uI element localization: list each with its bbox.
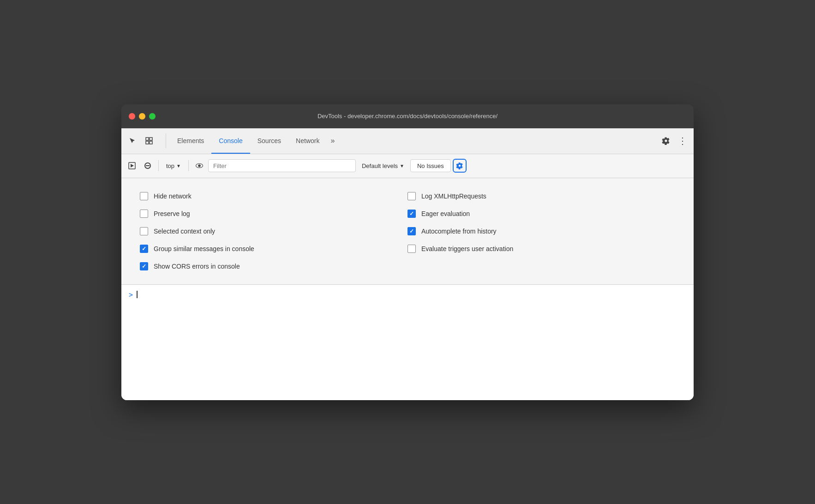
log-levels-selector[interactable]: Default levels ▼ — [358, 160, 408, 172]
setting-selected-context[interactable]: Selected context only — [140, 227, 408, 235]
tab-icon-group — [125, 133, 156, 148]
cursor-icon — [129, 137, 136, 144]
titlebar: DevTools - developer.chrome.com/docs/dev… — [121, 104, 694, 128]
run-script-button[interactable] — [125, 159, 139, 173]
checkbox-evaluate-triggers[interactable] — [408, 245, 416, 253]
no-issues-button[interactable]: No Issues — [410, 159, 451, 172]
tab-divider — [166, 133, 166, 148]
console-settings-active-icon — [456, 162, 463, 169]
console-settings-panel: Hide network Preserve log Selected conte… — [121, 178, 694, 285]
setting-evaluate-triggers[interactable]: Evaluate triggers user activation — [408, 245, 675, 253]
toolbar-divider-1 — [158, 160, 159, 171]
console-cursor — [137, 290, 138, 299]
levels-dropdown-icon: ▼ — [400, 163, 404, 168]
tab-elements[interactable]: Elements — [170, 128, 211, 154]
setting-show-cors[interactable]: Show CORS errors in console — [140, 262, 408, 270]
setting-preserve-log[interactable]: Preserve log — [140, 210, 408, 218]
svg-point-9 — [198, 165, 201, 167]
inspect-icon-button[interactable] — [142, 133, 156, 148]
tabs-bar: Elements Console Sources Network » — [121, 128, 694, 154]
more-options-icon: ⋮ — [678, 135, 687, 146]
window-title: DevTools - developer.chrome.com/docs/dev… — [318, 113, 497, 120]
context-label: top — [166, 162, 174, 169]
filter-input[interactable] — [208, 159, 356, 172]
maximize-button[interactable] — [149, 113, 156, 120]
svg-rect-0 — [146, 138, 149, 140]
console-prompt: > — [129, 291, 133, 299]
setting-group-similar[interactable]: Group similar messages in console — [140, 245, 408, 253]
tabs-more-button[interactable]: » — [327, 137, 338, 145]
checkbox-preserve-log[interactable] — [140, 210, 148, 218]
checkbox-log-xmlhttp[interactable] — [408, 192, 416, 200]
settings-button[interactable] — [659, 133, 673, 148]
setting-eager-eval[interactable]: Eager evaluation — [408, 210, 675, 218]
setting-autocomplete[interactable]: Autocomplete from history — [408, 227, 675, 235]
console-input-area[interactable]: > — [121, 285, 694, 400]
inspect-icon — [145, 137, 153, 144]
more-options-button[interactable]: ⋮ — [675, 133, 690, 148]
checkbox-show-cors[interactable] — [140, 262, 148, 270]
settings-right-column: Log XMLHttpRequests Eager evaluation Aut… — [408, 187, 675, 275]
levels-label: Default levels — [362, 162, 398, 169]
svg-rect-2 — [146, 141, 149, 144]
console-settings-active-button[interactable] — [453, 159, 467, 173]
cursor-icon-button[interactable] — [125, 133, 140, 148]
eye-icon-button[interactable] — [192, 159, 206, 173]
svg-marker-5 — [131, 164, 134, 168]
tab-network[interactable]: Network — [288, 128, 327, 154]
settings-icon — [662, 137, 670, 145]
checkbox-eager-eval[interactable] — [408, 210, 416, 218]
tabs-list: Elements Console Sources Network » — [170, 128, 659, 154]
settings-grid: Hide network Preserve log Selected conte… — [140, 187, 675, 275]
tab-sources[interactable]: Sources — [250, 128, 288, 154]
minimize-button[interactable] — [139, 113, 145, 120]
toolbar-divider-2 — [188, 160, 189, 171]
svg-rect-1 — [150, 138, 152, 140]
tabs-actions: ⋮ — [659, 133, 690, 148]
context-selector[interactable]: top ▼ — [162, 161, 185, 171]
console-toolbar: top ▼ Default levels ▼ No Issues — [121, 154, 694, 178]
tab-console[interactable]: Console — [211, 128, 250, 154]
run-script-icon — [128, 162, 136, 169]
devtools-window: DevTools - developer.chrome.com/docs/dev… — [121, 104, 694, 400]
devtools-body: Elements Console Sources Network » — [121, 128, 694, 400]
traffic-lights — [129, 113, 156, 120]
setting-hide-network[interactable]: Hide network — [140, 192, 408, 200]
clear-console-icon — [144, 162, 151, 169]
checkbox-hide-network[interactable] — [140, 192, 148, 200]
svg-rect-3 — [150, 141, 152, 144]
settings-left-column: Hide network Preserve log Selected conte… — [140, 187, 408, 275]
checkbox-autocomplete[interactable] — [408, 227, 416, 235]
close-button[interactable] — [129, 113, 135, 120]
clear-console-button[interactable] — [141, 159, 155, 173]
context-dropdown-icon: ▼ — [176, 163, 181, 168]
eye-icon — [195, 162, 204, 170]
checkbox-group-similar[interactable] — [140, 245, 148, 253]
checkbox-selected-context[interactable] — [140, 227, 148, 235]
setting-log-xmlhttp[interactable]: Log XMLHttpRequests — [408, 192, 675, 200]
